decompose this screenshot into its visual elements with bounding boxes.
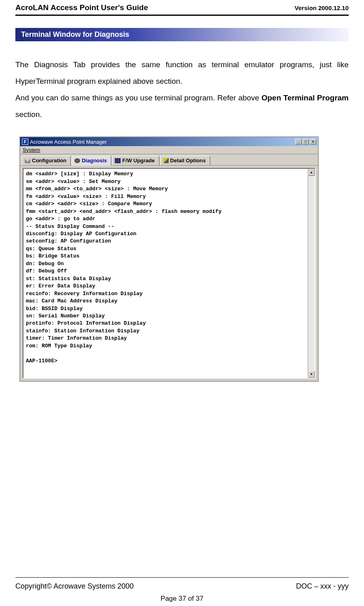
close-button[interactable]: × bbox=[310, 139, 316, 145]
maximize-button[interactable]: □ bbox=[303, 139, 309, 145]
globe-icon bbox=[74, 158, 80, 163]
paragraph-1: The Diagnosis Tab provides the same func… bbox=[15, 60, 349, 85]
tab-fw-upgrade[interactable]: F/W Upgrade bbox=[112, 156, 159, 165]
terminal-output: dm <saddr> [size] : Display Memory sm <a… bbox=[23, 169, 308, 378]
copyright: Copyright© Acrowave Systems 2000 bbox=[15, 582, 133, 591]
menu-system[interactable]: System bbox=[23, 147, 40, 153]
wrench-icon bbox=[25, 158, 30, 163]
pencil-icon bbox=[163, 158, 169, 163]
doc-title: AcroLAN Access Point User's Guide bbox=[15, 3, 148, 12]
window-title: Acrowave Access Point Manager bbox=[30, 139, 295, 145]
paragraph-2a: And you can do same things as you use te… bbox=[15, 94, 261, 102]
tab-detail-options[interactable]: Detail Options bbox=[160, 156, 210, 165]
footer-rule bbox=[15, 577, 349, 578]
app-window: F Acrowave Access Point Manager _ □ × Sy… bbox=[19, 136, 319, 382]
page-header: AcroLAN Access Point User's Guide Versio… bbox=[15, 0, 349, 15]
paragraph-2-bold: Open Terminal Program bbox=[261, 94, 349, 102]
scroll-track[interactable] bbox=[308, 176, 315, 371]
paragraph-2c: section. bbox=[15, 110, 42, 119]
terminal-container: dm <saddr> [size] : Display Memory sm <a… bbox=[20, 166, 318, 381]
app-icon: F bbox=[22, 138, 28, 145]
tabbar: Configuration Diagnosis F/W Upgrade Deta… bbox=[20, 154, 318, 166]
doc-version: Version 2000.12.10 bbox=[295, 4, 349, 11]
floppy-icon bbox=[115, 158, 121, 163]
scroll-up-button[interactable]: ▲ bbox=[308, 169, 315, 176]
tab-diagnosis[interactable]: Diagnosis bbox=[72, 156, 111, 166]
scroll-down-button[interactable]: ▼ bbox=[308, 371, 315, 378]
terminal[interactable]: dm <saddr> [size] : Display Memory sm <a… bbox=[23, 168, 315, 378]
footer: Copyright© Acrowave Systems 2000 DOC – x… bbox=[15, 582, 349, 591]
page-number: Page 37 of 37 bbox=[0, 595, 364, 603]
header-rule bbox=[15, 15, 349, 16]
tab-configuration[interactable]: Configuration bbox=[22, 156, 71, 165]
tab-fw-label: F/W Upgrade bbox=[122, 157, 154, 164]
tab-diag-label: Diagnosis bbox=[82, 157, 107, 164]
doc-id: DOC – xxx - yyy bbox=[296, 582, 349, 591]
menubar: System bbox=[20, 146, 318, 154]
minimize-button[interactable]: _ bbox=[295, 139, 302, 145]
tab-detail-label: Detail Options bbox=[170, 157, 206, 164]
scrollbar[interactable]: ▲ ▼ bbox=[308, 169, 315, 378]
titlebar[interactable]: F Acrowave Access Point Manager _ □ × bbox=[20, 137, 318, 146]
body-text: The Diagnosis Tab provides the same func… bbox=[15, 57, 349, 123]
tab-config-label: Configuration bbox=[32, 157, 66, 164]
section-heading: Terminal Window for Diagnosis bbox=[15, 28, 349, 41]
